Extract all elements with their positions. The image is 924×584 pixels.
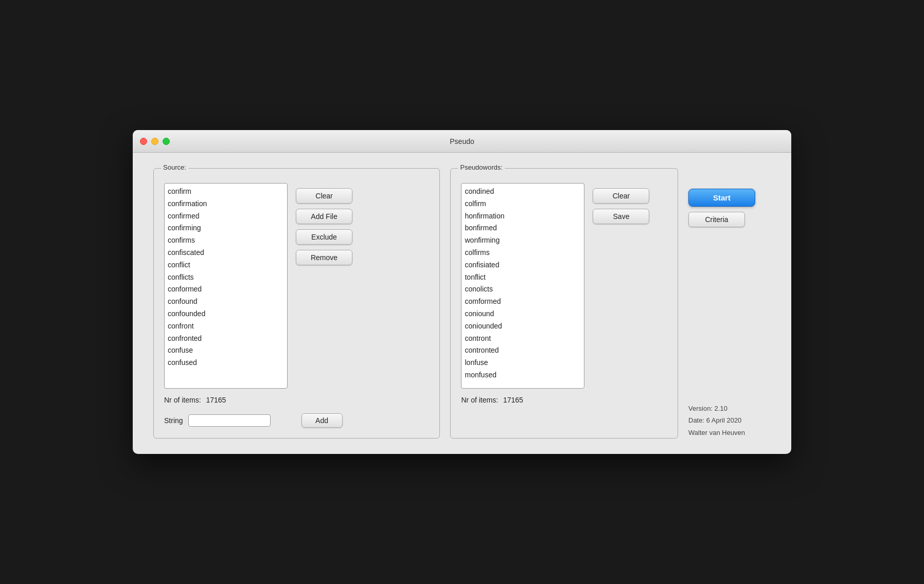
pseudo-listbox[interactable]: condined colfirm honfirmation bonfirmed … <box>461 183 584 389</box>
list-item[interactable]: wonfirming <box>465 234 581 247</box>
list-item[interactable]: honfirmation <box>465 210 581 223</box>
list-item[interactable]: tonflict <box>465 271 581 284</box>
exclude-button[interactable]: Exclude <box>296 229 352 245</box>
source-panel: Source: confirm confirmation confirmed c… <box>153 168 440 439</box>
pseudo-clear-button[interactable]: Clear <box>593 188 649 204</box>
list-item[interactable]: conflict <box>168 259 284 271</box>
add-button[interactable]: Add <box>301 413 343 428</box>
source-buttons: Clear Add File Exclude Remove <box>296 183 352 389</box>
list-item[interactable]: condined <box>465 186 581 198</box>
list-item[interactable]: confound <box>168 296 284 308</box>
list-item[interactable]: colfirms <box>465 247 581 259</box>
remove-button[interactable]: Remove <box>296 250 352 265</box>
titlebar: Pseudo <box>133 130 791 153</box>
list-item[interactable]: comformed <box>465 296 581 308</box>
list-item[interactable]: confirmed <box>168 210 284 223</box>
save-button[interactable]: Save <box>593 209 649 224</box>
criteria-button[interactable]: Criteria <box>688 212 745 227</box>
traffic-lights <box>140 138 170 145</box>
main-window: Pseudo Source: confirm confirmation conf… <box>133 130 791 454</box>
source-listbox[interactable]: confirm confirmation confirmed confirmin… <box>164 183 288 389</box>
list-item[interactable]: monfused <box>465 369 581 381</box>
list-item[interactable]: confirms <box>168 234 284 247</box>
pseudo-panel: Pseudowords: condined colfirm honfirmati… <box>450 168 678 439</box>
zoom-button[interactable] <box>163 138 170 145</box>
close-button[interactable] <box>140 138 147 145</box>
window-title: Pseudo <box>450 137 474 145</box>
string-input[interactable] <box>188 414 271 427</box>
list-item[interactable]: conolicts <box>465 283 581 296</box>
source-nr-items-label: Nr of items: <box>164 396 201 404</box>
list-item[interactable]: confuse <box>168 344 284 357</box>
main-content: Source: confirm confirmation confirmed c… <box>133 153 791 454</box>
list-item[interactable]: confront <box>168 320 284 333</box>
list-item[interactable]: confirm <box>168 186 284 198</box>
minimize-button[interactable] <box>151 138 158 145</box>
pseudo-nr-items: Nr of items: 17165 <box>461 396 667 404</box>
string-row: String Add <box>164 413 429 428</box>
list-item[interactable]: coniound <box>465 308 581 320</box>
list-item[interactable]: contronted <box>465 344 581 357</box>
string-label: String <box>164 416 183 425</box>
list-item[interactable]: confirming <box>168 222 284 234</box>
author-text: Walter van Heuven <box>688 427 745 439</box>
list-item[interactable]: conflicts <box>168 271 284 284</box>
source-nr-items-value: 17165 <box>206 396 226 404</box>
list-item[interactable]: confirmation <box>168 198 284 210</box>
start-button[interactable]: Start <box>688 189 755 207</box>
list-item[interactable]: colfirm <box>465 198 581 210</box>
source-clear-button[interactable]: Clear <box>296 188 352 204</box>
list-item[interactable]: lonfuse <box>465 357 581 369</box>
source-panel-label: Source: <box>161 163 188 171</box>
version-text: Version: 2.10 <box>688 403 745 414</box>
source-panel-inner: confirm confirmation confirmed confirmin… <box>164 183 429 389</box>
pseudo-buttons: Clear Save <box>593 183 649 389</box>
pseudo-nr-items-label: Nr of items: <box>461 396 498 404</box>
right-col: Start Criteria Version: 2.10 Date: 6 Apr… <box>688 168 771 439</box>
list-item[interactable]: confisiated <box>465 259 581 271</box>
list-item[interactable]: contront <box>465 333 581 345</box>
version-info: Version: 2.10 Date: 6 April 2020 Walter … <box>688 248 745 439</box>
list-item[interactable]: confounded <box>168 308 284 320</box>
list-item[interactable]: conformed <box>168 283 284 296</box>
pseudo-panel-inner: condined colfirm honfirmation bonfirmed … <box>461 183 667 389</box>
pseudo-panel-label: Pseudowords: <box>458 163 504 171</box>
add-file-button[interactable]: Add File <box>296 209 352 224</box>
date-text: Date: 6 April 2020 <box>688 414 745 426</box>
list-item[interactable]: confiscated <box>168 247 284 259</box>
list-item[interactable]: confronted <box>168 333 284 345</box>
list-item[interactable]: confused <box>168 357 284 369</box>
list-item[interactable]: coniounded <box>465 320 581 333</box>
pseudo-nr-items-value: 17165 <box>503 396 523 404</box>
source-nr-items: Nr of items: 17165 <box>164 396 429 404</box>
list-item[interactable]: bonfirmed <box>465 222 581 234</box>
